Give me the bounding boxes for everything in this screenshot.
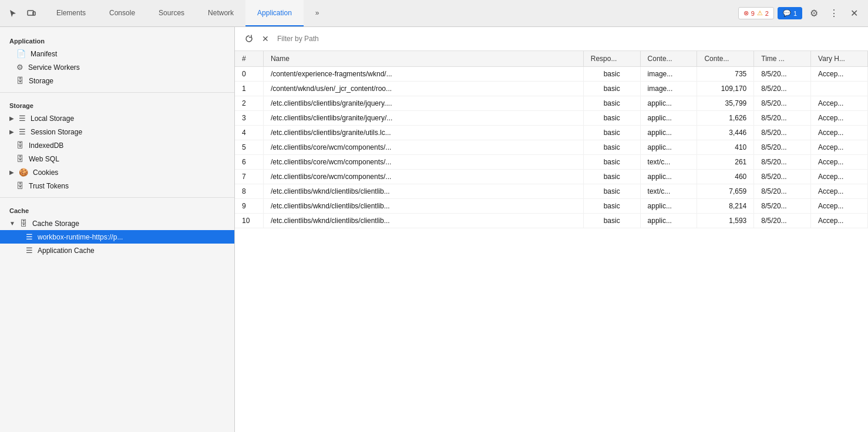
table-scroll[interactable]: # Name Respo... Conte... Conte... Time .…: [235, 51, 868, 432]
cell-content-length: 1,626: [697, 111, 754, 126]
tab-sources[interactable]: Sources: [147, 0, 196, 26]
table-row[interactable]: 7 /etc.clientlibs/core/wcm/components/..…: [235, 170, 868, 184]
cell-response: basic: [583, 67, 640, 82]
table-row[interactable]: 10 /etc.clientlibs/wknd/clientlibs/clien…: [235, 214, 868, 228]
cell-content-length: 35,799: [697, 96, 754, 111]
manifest-icon: 📄: [16, 49, 26, 58]
cache-section-header: Cache: [0, 203, 234, 217]
cell-num: 7: [235, 170, 263, 184]
cell-vary: Accep...: [811, 155, 868, 170]
cell-vary: Accep...: [811, 67, 868, 82]
cell-vary: Accep...: [811, 96, 868, 111]
cell-vary: Accep...: [811, 214, 868, 228]
close-icon[interactable]: ✕: [846, 5, 862, 22]
storage-section-header: Storage: [0, 97, 234, 112]
sidebar-item-workbox-runtime[interactable]: ☰ workbox-runtime-https://p...: [0, 230, 234, 244]
message-badge[interactable]: 💬 1: [778, 7, 802, 19]
application-section-header: Application: [0, 33, 234, 47]
col-header-time: Time ...: [754, 51, 811, 67]
sidebar-item-service-workers[interactable]: ⚙ Service Workers: [0, 60, 234, 74]
sidebar-divider-1: [0, 92, 234, 93]
sidebar: Application 📄 Manifest ⚙ Service Workers…: [0, 27, 235, 432]
table-body: 0 /content/experience-fragments/wknd/...…: [235, 67, 868, 228]
cell-response: basic: [583, 155, 640, 170]
cell-response: basic: [583, 184, 640, 199]
table-row[interactable]: 3 /etc.clientlibs/clientlibs/granite/jqu…: [235, 111, 868, 126]
sidebar-item-indexeddb[interactable]: 🗄 IndexedDB: [0, 139, 234, 152]
cell-response: basic: [583, 214, 640, 228]
cell-content-length: 261: [697, 155, 754, 170]
cell-vary: Accep...: [811, 126, 868, 140]
sidebar-divider-2: [0, 197, 234, 198]
cell-time: 8/5/20...: [754, 82, 811, 96]
sidebar-item-storage[interactable]: 🗄 Storage: [0, 74, 234, 87]
cell-content-type: applic...: [640, 170, 697, 184]
cell-time: 8/5/20...: [754, 67, 811, 82]
cell-time: 8/5/20...: [754, 140, 811, 155]
table-row[interactable]: 5 /etc.clientlibs/core/wcm/components/..…: [235, 140, 868, 155]
cursor-icon[interactable]: [5, 5, 21, 22]
cell-content-type: applic...: [640, 214, 697, 228]
cell-time: 8/5/20...: [754, 184, 811, 199]
cell-time: 8/5/20...: [754, 170, 811, 184]
cell-name: /etc.clientlibs/core/wcm/components/...: [263, 155, 583, 170]
cell-response: basic: [583, 111, 640, 126]
cell-vary: Accep...: [811, 170, 868, 184]
cell-name: /etc.clientlibs/wknd/clientlibs/clientli…: [263, 184, 583, 199]
table-row[interactable]: 9 /etc.clientlibs/wknd/clientlibs/client…: [235, 199, 868, 214]
chevron-down-icon: ▼: [9, 220, 15, 227]
filter-input[interactable]: [275, 33, 861, 44]
local-storage-icon: ☰: [19, 114, 26, 123]
table-row[interactable]: 6 /etc.clientlibs/core/wcm/components/..…: [235, 155, 868, 170]
tab-more[interactable]: »: [304, 0, 331, 26]
tab-console[interactable]: Console: [97, 0, 147, 26]
cache-storage-icon: 🗄: [20, 219, 28, 228]
service-workers-icon: ⚙: [16, 63, 23, 72]
cell-content-length: 8,214: [697, 199, 754, 214]
filter-bar: ✕: [235, 27, 868, 51]
chevron-right-icon-3: ▶: [9, 169, 14, 176]
sidebar-item-trust-tokens[interactable]: 🗄 Trust Tokens: [0, 179, 234, 193]
sidebar-item-cookies[interactable]: ▶ 🍪 Cookies: [0, 166, 234, 179]
cell-vary: [811, 82, 868, 96]
table-row[interactable]: 0 /content/experience-fragments/wknd/...…: [235, 67, 868, 82]
device-toggle-icon[interactable]: [23, 5, 40, 22]
table-row[interactable]: 1 /content/wknd/us/en/_jcr_content/roo..…: [235, 82, 868, 96]
sidebar-item-local-storage[interactable]: ▶ ☰ Local Storage: [0, 112, 234, 125]
cell-content-type: image...: [640, 67, 697, 82]
clear-button[interactable]: ✕: [258, 32, 272, 46]
sidebar-item-manifest[interactable]: 📄 Manifest: [0, 47, 234, 60]
cell-num: 4: [235, 126, 263, 140]
table-row[interactable]: 2 /etc.clientlibs/clientlibs/granite/jqu…: [235, 96, 868, 111]
table-row[interactable]: 8 /etc.clientlibs/wknd/clientlibs/client…: [235, 184, 868, 199]
more-options-icon[interactable]: ⋮: [826, 5, 842, 22]
cell-num: 9: [235, 199, 263, 214]
indexeddb-icon: 🗄: [16, 141, 24, 150]
sidebar-item-application-cache[interactable]: ☰ Application Cache: [0, 244, 234, 257]
cell-content-type: applic...: [640, 126, 697, 140]
cell-response: basic: [583, 82, 640, 96]
cell-time: 8/5/20...: [754, 155, 811, 170]
cell-time: 8/5/20...: [754, 126, 811, 140]
cell-content-type: image...: [640, 82, 697, 96]
sidebar-item-session-storage[interactable]: ▶ ☰ Session Storage: [0, 125, 234, 139]
tab-network[interactable]: Network: [196, 0, 245, 26]
cell-num: 6: [235, 155, 263, 170]
cell-response: basic: [583, 199, 640, 214]
cell-name: /etc.clientlibs/clientlibs/granite/jquer…: [263, 111, 583, 126]
cell-content-type: applic...: [640, 199, 697, 214]
tab-application[interactable]: Application: [245, 0, 304, 26]
cell-name: /etc.clientlibs/core/wcm/components/...: [263, 170, 583, 184]
storage-icon: 🗄: [16, 76, 24, 85]
cell-content-length: 7,659: [697, 184, 754, 199]
settings-icon[interactable]: ⚙: [806, 5, 822, 22]
sidebar-item-websql[interactable]: 🗄 Web SQL: [0, 152, 234, 166]
tab-elements[interactable]: Elements: [45, 0, 97, 26]
table-row[interactable]: 4 /etc.clientlibs/clientlibs/granite/uti…: [235, 126, 868, 140]
sidebar-item-cache-storage[interactable]: ▼ 🗄 Cache Storage: [0, 217, 234, 230]
websql-icon: 🗄: [16, 154, 24, 163]
refresh-button[interactable]: [242, 32, 256, 46]
cell-response: basic: [583, 170, 640, 184]
cell-content-type: text/c...: [640, 184, 697, 199]
error-badge[interactable]: ⊗ 9 ⚠ 2: [738, 7, 774, 19]
